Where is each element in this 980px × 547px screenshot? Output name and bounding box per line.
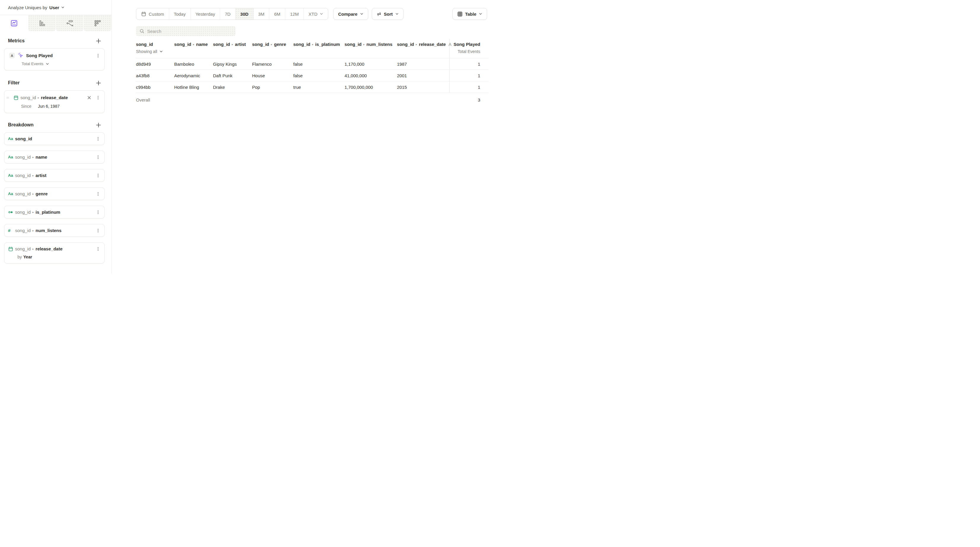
property-separator-icon: ▸ [232,43,234,46]
date-range-3m[interactable]: 3M [254,8,270,19]
breakdown-item[interactable]: Aasong_id▸artist [4,169,105,182]
compare-button[interactable]: Compare [333,8,368,20]
property-separator-icon: ▸ [312,43,314,46]
tab-insights[interactable] [0,15,28,31]
property-separator-icon: ▸ [33,247,34,251]
table-body: d8d949BamboleoGipsy KingsFlamencofalse1,… [136,58,488,93]
metric-measure-dropdown[interactable]: Total Events [22,62,43,66]
date-range-6m[interactable]: 6M [269,8,285,19]
breakdown-item[interactable]: song_id▸release_datebyYear [4,243,105,263]
table-header-row: song_idShowing allsong_id▸namesong_id▸ar… [136,38,488,58]
breakdown-bucket[interactable]: byYear [18,255,101,259]
breakdown-item[interactable]: Aasong_id▸genre [4,187,105,200]
breakdown-more-options-button[interactable] [95,173,101,178]
compare-label: Compare [338,11,357,17]
metric-letter: A [449,42,452,47]
table-row[interactable]: a43fb8AerodynamicDaft PunkHousefalse41,0… [136,70,488,81]
breakdown-item[interactable]: Aasong_id [4,132,105,145]
column-header[interactable]: song_id▸num_listens [345,39,397,58]
metric-more-options-button[interactable] [95,53,101,58]
tab-retention[interactable] [84,15,111,31]
column-header[interactable]: song_id▸release_date [397,39,449,58]
column-header[interactable]: song_id▸genre [252,39,293,58]
tab-flows[interactable] [56,15,84,31]
date-range-xtd[interactable]: XTD [304,8,328,19]
breakdown-item[interactable]: song_id▸is_platinum [4,206,105,219]
table-grid-icon [457,11,463,17]
view-type-dropdown[interactable]: Table [452,8,487,20]
empty-cell [293,93,345,107]
date-range-label: 3M [258,11,264,17]
sort-button[interactable]: Sort [372,8,404,20]
breakdown-more-options-button[interactable] [95,210,101,215]
analyze-entity-dropdown[interactable]: User [49,5,65,10]
add-breakdown-button[interactable] [95,122,102,128]
date-range-today[interactable]: Today [169,8,191,19]
column-header[interactable]: song_idShowing all [136,39,174,58]
chevron-down-icon [61,6,65,9]
breakdown-more-options-button[interactable] [95,155,101,160]
query-builder-sidebar: Analyze Uniques by User Metrics A Song P… [0,0,112,274]
property-name: genre [35,191,48,196]
property-separator-icon: ▸ [38,96,40,99]
data-cell: true [293,81,345,93]
boolean-property-icon [8,209,15,215]
date-range-yesterday[interactable]: Yesterday [191,8,220,19]
data-cell: 1,170,000 [345,58,397,70]
breakdown-more-options-button[interactable] [95,247,101,251]
filter-more-options-button[interactable] [95,95,101,100]
remove-filter-button[interactable] [87,96,91,100]
drag-handle-icon[interactable] [6,96,9,99]
filter-property-prefix: song_id [21,95,36,100]
filter-operator[interactable]: Since [21,104,32,109]
breakdown-more-options-button[interactable] [95,192,101,196]
breakdown-more-options-button[interactable] [95,228,101,233]
date-range-custom[interactable]: Custom [136,8,169,19]
metrics-section: Metrics A Song Played Total Events [4,38,105,70]
column-name: release_date [419,42,446,47]
tab-bar-chart[interactable] [28,15,56,31]
report-tab-strip [0,15,111,31]
table-row[interactable]: c994bbHotline BlingDrakePoptrue1,700,000… [136,81,488,93]
search-input[interactable] [147,29,232,34]
text-property-icon: Aa [8,192,15,196]
date-range-7d[interactable]: 7D [220,8,235,19]
column-prefix: song_id [252,42,269,47]
showing-all-dropdown[interactable]: Showing all [136,49,174,54]
filter-section: Filter song_id ▸ release_date Since Jun … [4,79,105,113]
bucket-value: Year [24,255,32,259]
text-type-icon: Aa [8,173,13,178]
add-filter-button[interactable] [95,79,102,86]
add-metric-button[interactable] [95,38,102,44]
date-range-label: XTD [309,11,317,17]
metric-card[interactable]: A Song Played Total Events [4,48,105,70]
date-property-icon [8,246,15,252]
breakdown-item[interactable]: Aasong_id▸name [4,151,105,163]
text-property-icon: Aa [8,136,15,141]
column-header[interactable]: song_id▸is_platinum [293,39,345,58]
property-prefix: song_id [15,209,31,215]
column-name: genre [274,42,286,47]
date-range-30d[interactable]: 30D [235,8,254,19]
breakdown-more-options-button[interactable] [95,136,101,141]
data-cell: 41,000,000 [345,70,397,81]
property-separator-icon: ▸ [271,43,272,46]
table-row[interactable]: d8d949BamboleoGipsy KingsFlamencofalse1,… [136,58,488,70]
text-property-icon: Aa [8,155,15,159]
number-type-icon: # [8,228,10,233]
data-cell: Gipsy Kings [213,58,252,70]
column-header[interactable]: song_id▸artist [213,39,252,58]
column-name: name [196,42,208,47]
results-table: song_idShowing allsong_id▸namesong_id▸ar… [136,38,488,107]
breakdown-list: Aasong_idAasong_id▸nameAasong_id▸artistA… [4,132,105,263]
data-cell: Pop [252,81,293,93]
analyze-label: Analyze Uniques by [8,5,48,10]
column-header[interactable]: song_id▸name [174,39,213,58]
filter-value[interactable]: Jun 6, 1987 [38,104,60,109]
showing-all-label: Showing all [136,49,157,54]
date-range-12m[interactable]: 12M [285,8,304,19]
filter-title: Filter [8,80,19,86]
breakdown-item[interactable]: #song_id▸num_listens [4,224,105,237]
data-cell: Daft Punk [213,70,252,81]
filter-card[interactable]: song_id ▸ release_date Since Jun 6, 1987 [4,90,105,113]
